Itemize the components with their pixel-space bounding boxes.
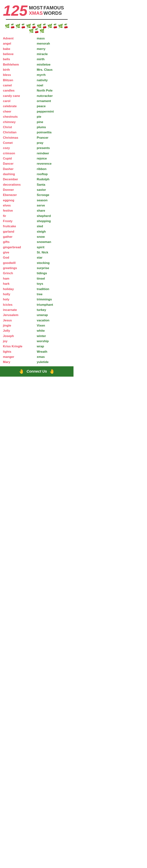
list-item: incarnate bbox=[3, 307, 37, 313]
list-item: carol bbox=[3, 98, 37, 104]
list-item: white bbox=[37, 328, 71, 333]
list-item: mass bbox=[37, 36, 71, 41]
list-item: eggnog bbox=[3, 198, 37, 203]
list-item: sleigh bbox=[37, 229, 71, 234]
list-item: Donner bbox=[3, 187, 37, 192]
list-item: fir bbox=[3, 213, 37, 219]
list-item: Dancer bbox=[3, 161, 37, 166]
list-item: unwrap bbox=[37, 313, 71, 318]
footer: 🤚 Connect Us 🤚 bbox=[0, 366, 73, 377]
list-item: poinsettia bbox=[37, 130, 71, 135]
list-item: North Pole bbox=[37, 88, 71, 93]
header-number: 125 bbox=[3, 3, 27, 18]
list-item: turkey bbox=[37, 307, 71, 313]
list-item: Ebenezer bbox=[3, 192, 37, 197]
list-item: sled bbox=[37, 224, 71, 229]
list-item: nutcracker bbox=[37, 93, 71, 98]
list-item: cheer bbox=[3, 109, 37, 114]
list-item: holly bbox=[3, 292, 37, 297]
list-item: Jerusalem bbox=[3, 313, 37, 318]
list-item: birth bbox=[3, 67, 37, 72]
list-item: shepherd bbox=[37, 213, 71, 219]
list-item: Rudolph bbox=[37, 177, 71, 182]
list-item: noel bbox=[37, 83, 71, 88]
list-item: rooftop bbox=[37, 172, 71, 177]
list-item: stocking bbox=[37, 260, 71, 266]
list-item: jingle bbox=[3, 323, 37, 328]
list-item: snowman bbox=[37, 240, 71, 245]
list-item: winter bbox=[37, 334, 71, 339]
list-item: vacation bbox=[37, 318, 71, 323]
hand-right-icon: 🤚 bbox=[49, 369, 55, 374]
list-item: camel bbox=[3, 83, 37, 88]
list-item: celebrate bbox=[3, 104, 37, 109]
list-item: dashing bbox=[3, 172, 37, 177]
list-item: crimson bbox=[3, 151, 37, 156]
list-item: triumphant bbox=[37, 302, 71, 307]
list-item: fruitcake bbox=[3, 224, 37, 229]
words-section: AdventangelbabebelievebellsBethlehembirt… bbox=[0, 34, 73, 366]
list-item: Scrooge bbox=[37, 192, 71, 197]
list-item: Bethlehem bbox=[3, 62, 37, 67]
header: 125 MOST FAMOUS XMAS WORDS bbox=[0, 0, 73, 23]
list-item: chimney bbox=[3, 120, 37, 125]
list-item: Vixen bbox=[37, 323, 71, 328]
hand-left-icon: 🤚 bbox=[19, 369, 24, 374]
header-most: MOST bbox=[29, 5, 43, 10]
list-item: candles bbox=[3, 88, 37, 93]
list-item: bells bbox=[3, 57, 37, 62]
list-item: miracle bbox=[37, 52, 71, 57]
list-item: trimmings bbox=[37, 297, 71, 302]
list-item: gifts bbox=[3, 240, 37, 245]
list-item: peppermint bbox=[37, 109, 71, 114]
list-item: Christ bbox=[3, 125, 37, 130]
list-item: garland bbox=[3, 229, 37, 234]
list-item: cozy bbox=[3, 146, 37, 151]
list-item: Frosty bbox=[3, 219, 37, 224]
list-item: serve bbox=[37, 203, 71, 208]
list-item: ornament bbox=[37, 98, 71, 104]
list-item: hark bbox=[3, 281, 37, 286]
list-item: merry bbox=[37, 46, 71, 52]
footer-text: Connect Us bbox=[27, 369, 47, 373]
list-item: manger bbox=[3, 354, 37, 360]
list-item: Joseph bbox=[3, 334, 37, 339]
list-item: ribbon bbox=[37, 166, 71, 172]
list-item: spirit bbox=[37, 245, 71, 250]
list-item: reindeer bbox=[37, 151, 71, 156]
list-item: Mrs. Claus bbox=[37, 67, 71, 72]
list-item: pray bbox=[37, 140, 71, 146]
list-item: snow bbox=[37, 234, 71, 240]
list-item: goodwill bbox=[3, 260, 37, 266]
list-item: pine bbox=[37, 120, 71, 125]
list-item: Mary bbox=[3, 360, 37, 365]
header-text: MOST FAMOUS XMAS WORDS bbox=[29, 3, 64, 16]
left-column: AdventangelbabebelievebellsBethlehembirt… bbox=[3, 36, 37, 365]
list-item: bless bbox=[3, 72, 37, 78]
list-item: season bbox=[37, 198, 71, 203]
divider-line bbox=[6, 19, 68, 20]
list-item: angel bbox=[3, 41, 37, 46]
list-item: yuletide bbox=[37, 360, 71, 365]
list-item: plums bbox=[37, 125, 71, 130]
list-item: surprise bbox=[37, 266, 71, 271]
list-item: Advent bbox=[3, 36, 37, 41]
list-item: presents bbox=[37, 146, 71, 151]
list-item: peace bbox=[37, 104, 71, 109]
list-item: festive bbox=[3, 208, 37, 213]
list-item: God bbox=[3, 255, 37, 260]
list-item: greetings bbox=[3, 266, 37, 271]
list-item: joy bbox=[3, 339, 37, 344]
list-item: reverence bbox=[37, 161, 71, 166]
header-top: 125 MOST FAMOUS XMAS WORDS bbox=[3, 3, 71, 18]
list-item: Santa bbox=[37, 182, 71, 187]
list-item: share bbox=[37, 208, 71, 213]
list-item: wrap bbox=[37, 344, 71, 349]
list-item: Icicles bbox=[3, 302, 37, 307]
list-item: gather bbox=[3, 234, 37, 240]
list-item: Wreath bbox=[37, 349, 71, 354]
list-item: believe bbox=[3, 52, 37, 57]
list-item: myrrh bbox=[37, 72, 71, 78]
list-item: ham bbox=[3, 276, 37, 281]
list-item: gingerbread bbox=[3, 245, 37, 250]
